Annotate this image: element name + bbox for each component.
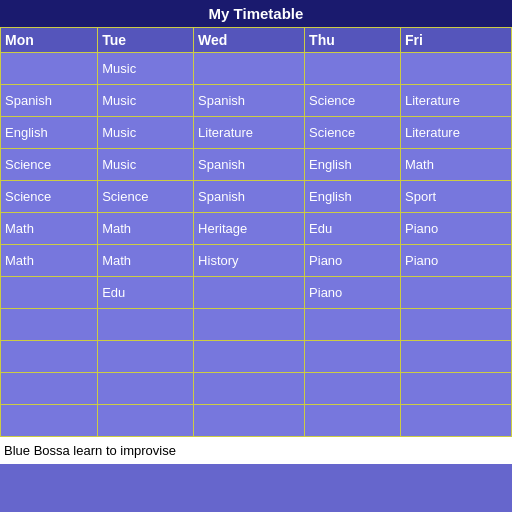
table-cell	[194, 341, 305, 373]
table-cell	[401, 373, 512, 405]
table-cell	[1, 309, 98, 341]
table-cell	[194, 405, 305, 437]
table-cell	[1, 341, 98, 373]
column-header-mon: Mon	[1, 28, 98, 53]
table-cell	[305, 373, 401, 405]
table-cell	[305, 341, 401, 373]
column-header-thu: Thu	[305, 28, 401, 53]
table-cell: Spanish	[194, 149, 305, 181]
table-cell	[98, 373, 194, 405]
timetable: MonTueWedThuFri MusicSpanishMusicSpanish…	[0, 27, 512, 437]
table-row	[1, 373, 512, 405]
table-cell	[401, 341, 512, 373]
table-row	[1, 405, 512, 437]
table-cell: Math	[401, 149, 512, 181]
footer-text: Blue Bossa learn to improvise	[4, 443, 176, 458]
table-cell: Piano	[305, 277, 401, 309]
table-cell: English	[305, 149, 401, 181]
table-cell: Literature	[401, 85, 512, 117]
table-cell	[194, 373, 305, 405]
table-row	[1, 341, 512, 373]
table-cell: Spanish	[194, 85, 305, 117]
table-cell: Science	[98, 181, 194, 213]
table-row: ScienceScienceSpanishEnglishSport	[1, 181, 512, 213]
table-row: ScienceMusicSpanishEnglishMath	[1, 149, 512, 181]
table-row: EduPiano	[1, 277, 512, 309]
table-row: EnglishMusicLiteratureScienceLiterature	[1, 117, 512, 149]
table-cell	[194, 53, 305, 85]
table-cell	[1, 277, 98, 309]
table-cell: Piano	[305, 245, 401, 277]
table-cell: Edu	[305, 213, 401, 245]
table-cell	[401, 53, 512, 85]
table-cell: Music	[98, 85, 194, 117]
table-cell: Spanish	[1, 85, 98, 117]
table-cell	[401, 405, 512, 437]
table-cell: Spanish	[194, 181, 305, 213]
table-cell	[401, 309, 512, 341]
table-cell: Math	[1, 245, 98, 277]
table-row	[1, 309, 512, 341]
title-bar: My Timetable	[0, 0, 512, 27]
table-cell	[305, 309, 401, 341]
table-cell: English	[305, 181, 401, 213]
table-cell: Literature	[401, 117, 512, 149]
table-cell	[305, 53, 401, 85]
table-row: Music	[1, 53, 512, 85]
table-row: SpanishMusicSpanishScienceLiterature	[1, 85, 512, 117]
table-cell	[305, 405, 401, 437]
table-cell	[1, 53, 98, 85]
table-row: MathMathHistoryPianoPiano	[1, 245, 512, 277]
table-cell	[98, 341, 194, 373]
page-title: My Timetable	[209, 5, 304, 22]
table-cell: Music	[98, 149, 194, 181]
table-cell	[194, 277, 305, 309]
table-cell: Science	[305, 117, 401, 149]
table-cell: Piano	[401, 213, 512, 245]
table-cell: Science	[1, 181, 98, 213]
table-cell: Music	[98, 53, 194, 85]
table-cell: Math	[1, 213, 98, 245]
table-row: MathMathHeritageEduPiano	[1, 213, 512, 245]
table-cell	[194, 309, 305, 341]
table-cell: Science	[305, 85, 401, 117]
column-header-tue: Tue	[98, 28, 194, 53]
table-cell: Heritage	[194, 213, 305, 245]
column-header-fri: Fri	[401, 28, 512, 53]
footer: Blue Bossa learn to improvise	[0, 437, 512, 464]
table-cell: Literature	[194, 117, 305, 149]
table-cell: Sport	[401, 181, 512, 213]
table-cell: Science	[1, 149, 98, 181]
column-header-wed: Wed	[194, 28, 305, 53]
header-row: MonTueWedThuFri	[1, 28, 512, 53]
table-cell	[401, 277, 512, 309]
table-cell: Math	[98, 245, 194, 277]
table-cell: Music	[98, 117, 194, 149]
table-cell	[1, 373, 98, 405]
table-cell: English	[1, 117, 98, 149]
table-cell	[98, 309, 194, 341]
table-cell	[1, 405, 98, 437]
timetable-body: MusicSpanishMusicSpanishScienceLiteratur…	[1, 53, 512, 437]
table-cell: Piano	[401, 245, 512, 277]
table-cell: Edu	[98, 277, 194, 309]
table-cell	[98, 405, 194, 437]
table-cell: History	[194, 245, 305, 277]
table-cell: Math	[98, 213, 194, 245]
